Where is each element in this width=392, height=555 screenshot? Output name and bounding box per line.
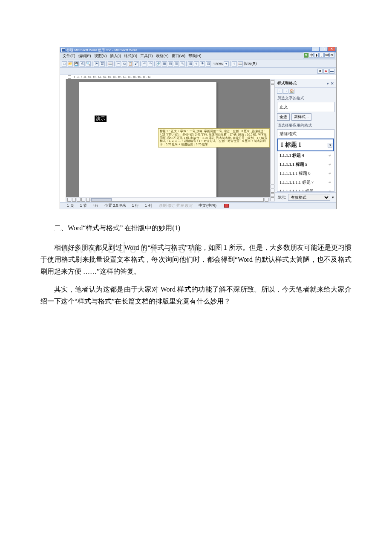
grid-icon[interactable]: ⊟ [206, 61, 211, 66]
reading-label[interactable]: 阅读(R) [244, 61, 257, 66]
new-icon[interactable]: □ [62, 61, 67, 66]
formatpainter-icon[interactable]: 🖌 [134, 61, 139, 66]
permission-icon[interactable]: ⚑ [94, 61, 99, 66]
pane-home-icon[interactable]: 🏠 [289, 89, 294, 94]
docmap-icon[interactable]: ⊞ [188, 61, 193, 66]
article-heading: 二、Word“样式与格式” 在排版中的妙用(1) [40, 222, 352, 234]
font-color-icon[interactable]: A [323, 69, 329, 74]
save-icon[interactable]: 💾 [74, 61, 79, 66]
hscroll-track[interactable] [91, 198, 264, 202]
ime-half-icon[interactable]: ◗ [314, 53, 319, 58]
menu-format[interactable]: 格式(O) [124, 53, 137, 59]
style-heading4[interactable]: 1.1.1.1 标题 4↵ [277, 151, 334, 160]
style-heading7[interactable]: 1.1.1.1.1.1.1 标题 7↵ [277, 178, 334, 187]
open-icon[interactable]: 📂 [68, 61, 73, 66]
tables-icon[interactable]: ▦ [162, 61, 167, 66]
menu-edit[interactable]: 编辑(E) [78, 53, 91, 59]
vscroll-track[interactable] [271, 84, 274, 184]
showall-icon[interactable]: 👁 [200, 61, 205, 66]
pane-back-icon[interactable]: ← [277, 89, 282, 94]
ime-punct-icon[interactable]: ， [319, 53, 324, 58]
selected-text: 演示 [95, 116, 107, 122]
style-heading1[interactable]: 1 标题 1↵ ▾ [277, 139, 334, 151]
select-all-button[interactable]: 全选 [277, 113, 290, 121]
highlight-icon[interactable]: ▬ [329, 69, 334, 74]
status-position: 位置 2.5厘米 [104, 203, 126, 208]
columns-icon[interactable]: ▥ [174, 61, 179, 66]
menu-view[interactable]: 视图(V) [94, 53, 107, 59]
horizontal-scrollbar[interactable] [66, 197, 270, 202]
help-icon[interactable]: ? [232, 61, 237, 66]
formatting-toolbar: B A ▬ [60, 68, 336, 75]
ime-settings-icon[interactable]: ⚙ [329, 53, 334, 58]
style-dropdown-icon[interactable]: ▾ [328, 143, 332, 147]
view-web-icon[interactable] [72, 198, 76, 202]
hscroll-right-icon[interactable] [265, 198, 268, 202]
styles-pane: 样式和格式 ▾ ✕ ← → 🏠 所选文字的格式 正文 全选 新样式... [275, 79, 336, 202]
new-style-button[interactable]: 新样式... [291, 113, 311, 121]
style-heading5[interactable]: 1.1.1.1.1 标题 5↵ [277, 160, 334, 169]
menu-file[interactable]: 文件(F) [63, 53, 75, 59]
zoom-dropdown-icon[interactable]: ▾ [224, 61, 229, 66]
status-column: 1 列 [145, 203, 152, 208]
hyperlink-icon[interactable]: 🔗 [156, 61, 161, 66]
document-area[interactable]: 演示 标题 1：正文 + 字体：二号, 加粗, 字距调整二号, 缩进：左侧：0 … [66, 79, 270, 197]
pane-dropdown-icon[interactable]: ▾ [327, 81, 329, 86]
view-reading-icon[interactable] [86, 198, 90, 202]
cut-icon[interactable]: ✂ [116, 61, 121, 66]
view-print-icon[interactable] [77, 198, 81, 202]
view-outline-icon[interactable] [81, 198, 85, 202]
browse-next-icon[interactable] [271, 197, 274, 201]
menu-window[interactable]: 窗口(W) [172, 53, 186, 59]
style-clear[interactable]: 清除格式 [277, 130, 334, 139]
showmarks-icon[interactable]: ¶ [194, 61, 199, 66]
spell-icon[interactable]: 繁 [100, 61, 105, 66]
show-dropdown-icon[interactable]: ▾ [332, 195, 334, 199]
browse-select-icon[interactable] [271, 193, 274, 197]
pane-fwd-icon[interactable]: → [283, 89, 288, 94]
selected-format-label: 所选文字的格式 [275, 95, 336, 101]
style-tooltip: 标题 1：正文 + 字体：二号, 加粗, 字距调整二号, 缩进：左侧：0 厘米,… [158, 128, 270, 147]
close-button[interactable]: ✕ [328, 47, 335, 51]
style-list[interactable]: 清除格式 1 标题 1↵ ▾ 1.1.1.1 标题 4↵ 1.1.1.1.1 标… [277, 129, 334, 192]
redo-icon[interactable]: ↷ [148, 61, 153, 66]
titlebar: 标题 Microsoft Word 使用.doc - Microsoft Wor… [60, 47, 336, 52]
menu-tools[interactable]: 工具(T) [140, 53, 153, 59]
preview-icon[interactable]: 🔍 [86, 61, 91, 66]
ruler-tab-icon[interactable] [68, 75, 71, 79]
vscroll-up-icon[interactable] [271, 80, 274, 84]
minimize-button[interactable]: – [311, 47, 319, 51]
menu-table[interactable]: 表格(A) [156, 53, 169, 59]
paste-icon[interactable]: 📋 [128, 61, 133, 66]
ime-mode-icon[interactable]: 中 [309, 53, 314, 58]
ime-icon[interactable]: S [304, 53, 308, 58]
insert-table-icon[interactable]: ▤ [168, 61, 173, 66]
show-select[interactable]: 有效格式 [288, 194, 330, 201]
status-pages: 1/1 [93, 204, 98, 208]
print-icon[interactable]: 🖨 [80, 61, 85, 66]
undo-icon[interactable]: ↶ [142, 61, 147, 66]
copy-icon[interactable]: ⧉ [122, 61, 127, 66]
drawing-icon[interactable]: ✎ [180, 61, 185, 66]
vertical-scrollbar[interactable] [270, 79, 275, 202]
current-format[interactable]: 正文 [277, 102, 334, 112]
research-icon[interactable]: 📖 [108, 61, 113, 66]
style-heading8[interactable]: 1.1.1.1.1.1.1.1 标题↵ [277, 187, 334, 192]
bold-icon[interactable]: B [317, 69, 323, 74]
ime-softkbd-icon[interactable]: ⌨ [324, 53, 329, 58]
zoom-value[interactable]: 120% [213, 62, 223, 66]
hscroll-thumb[interactable] [91, 198, 112, 201]
maximize-button[interactable]: ▢ [320, 47, 327, 51]
view-normal-icon[interactable] [67, 198, 71, 202]
browse-prev-icon[interactable] [271, 189, 274, 193]
status-line: 1 行 [132, 203, 139, 208]
ime-bar: S 中 ◗ ， ⌨ ⚙ [303, 52, 335, 58]
menu-insert[interactable]: 插入(I) [110, 53, 121, 59]
window-title: 标题 Microsoft Word 使用.doc - Microsoft Wor… [66, 48, 137, 52]
reading-icon[interactable]: 📖 [238, 61, 243, 66]
menu-help[interactable]: 帮助(H) [188, 53, 202, 59]
style-heading6[interactable]: 1.1.1.1.1.1 标题 6↵ [277, 169, 334, 178]
vertical-ruler [60, 79, 66, 202]
pane-close-icon[interactable]: ✕ [331, 81, 334, 86]
vscroll-down-icon[interactable] [271, 185, 274, 188]
